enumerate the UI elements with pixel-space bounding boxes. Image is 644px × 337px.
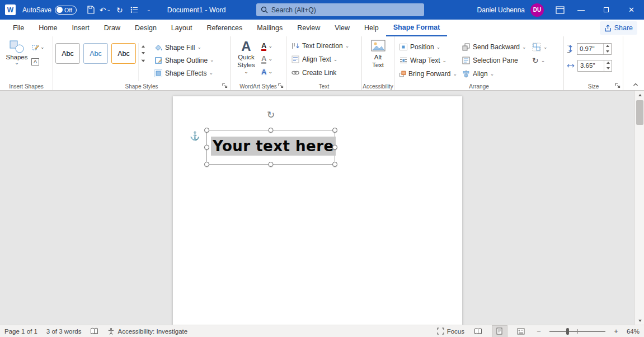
focus-button[interactable]: Focus bbox=[437, 327, 464, 335]
proofing-status[interactable] bbox=[90, 327, 98, 335]
print-layout-button[interactable] bbox=[492, 326, 507, 337]
selected-text-box[interactable]: ↻ Your text here bbox=[206, 130, 335, 165]
width-decrease-button[interactable] bbox=[604, 65, 612, 71]
redo-button[interactable]: ↻ bbox=[114, 3, 126, 17]
style-gallery-down-button[interactable] bbox=[139, 50, 147, 57]
selection-pane-button[interactable]: Selection Pane bbox=[459, 54, 530, 67]
resize-handle-middle-left[interactable] bbox=[204, 145, 209, 150]
shape-outline-button[interactable]: Shape Outline ⌄ bbox=[152, 54, 217, 67]
style-gallery-more-button[interactable] bbox=[139, 57, 147, 64]
arrange-column-2: Send Backward ⌄ Selection Pane Align ⌄ bbox=[459, 40, 530, 81]
text-direction-button[interactable]: Text Direction ⌄ bbox=[289, 39, 359, 53]
collapse-ribbon-button[interactable] bbox=[631, 81, 640, 88]
selection-pane-label: Selection Pane bbox=[473, 57, 518, 64]
resize-handle-top-left[interactable] bbox=[204, 128, 209, 133]
tab-design[interactable]: Design bbox=[128, 20, 164, 36]
document-page[interactable]: ⚓ ↻ Your text here bbox=[173, 96, 462, 325]
user-avatar[interactable]: DU bbox=[530, 3, 544, 17]
rotate-objects-button[interactable]: ↻ ⌄ bbox=[530, 54, 557, 67]
send-backward-button[interactable]: Send Backward ⌄ bbox=[459, 40, 530, 54]
style-gallery-up-button[interactable] bbox=[139, 43, 147, 50]
resize-handle-top-center[interactable] bbox=[269, 128, 274, 133]
text-outline-button[interactable]: A ⌄ bbox=[260, 53, 274, 65]
ribbon-display-options-icon bbox=[556, 6, 565, 14]
autosave-toggle[interactable]: AutoSave Off bbox=[22, 6, 77, 15]
wrap-text-button[interactable]: Wrap Text ⌄ bbox=[397, 54, 459, 67]
shape-width-spinner[interactable]: 3.65" bbox=[577, 60, 612, 72]
position-button[interactable]: Position ⌄ bbox=[397, 40, 459, 54]
accessibility-status[interactable]: Accessibility: Investigate bbox=[107, 327, 187, 335]
width-increase-button[interactable] bbox=[604, 60, 612, 66]
shape-effects-button[interactable]: Shape Effects ⌄ bbox=[152, 67, 217, 79]
resize-handle-middle-right[interactable] bbox=[332, 145, 337, 150]
create-link-button[interactable]: Create Link bbox=[289, 66, 359, 79]
web-layout-button[interactable] bbox=[514, 326, 528, 337]
undo-button[interactable]: ↶ ⌄ bbox=[99, 3, 111, 17]
resize-handle-bottom-right[interactable] bbox=[332, 162, 337, 167]
shape-style-preview-3[interactable]: Abc bbox=[111, 43, 136, 64]
vertical-scrollbar[interactable] bbox=[634, 91, 644, 325]
tab-references[interactable]: References bbox=[199, 20, 250, 36]
tab-help[interactable]: Help bbox=[357, 20, 386, 36]
tab-draw[interactable]: Draw bbox=[97, 20, 128, 36]
height-decrease-button[interactable] bbox=[604, 49, 611, 54]
shape-fill-button[interactable]: Shape Fill ⌄ bbox=[152, 41, 217, 54]
rotation-handle[interactable]: ↻ bbox=[267, 110, 275, 120]
tab-mailings[interactable]: Mailings bbox=[250, 20, 290, 36]
chevron-down-icon: ⌄ bbox=[345, 44, 350, 49]
text-direction-label: Text Direction bbox=[302, 42, 343, 50]
tab-review[interactable]: Review bbox=[290, 20, 327, 36]
shape-style-preview-2[interactable]: Abc bbox=[83, 43, 108, 64]
height-increase-button[interactable] bbox=[604, 44, 611, 49]
resize-handle-bottom-left[interactable] bbox=[204, 162, 209, 167]
resize-handle-bottom-center[interactable] bbox=[269, 162, 274, 167]
read-mode-button[interactable] bbox=[471, 326, 486, 337]
group-objects-button[interactable]: ⌄ bbox=[530, 40, 557, 54]
shape-style-preview-1[interactable]: Abc bbox=[55, 43, 80, 64]
zoom-in-button[interactable]: + bbox=[612, 327, 620, 335]
align-button[interactable]: Align ⌄ bbox=[459, 67, 530, 81]
ribbon-display-options-button[interactable] bbox=[552, 0, 568, 20]
maximize-button[interactable] bbox=[594, 0, 619, 20]
tab-layout[interactable]: Layout bbox=[164, 20, 200, 36]
bring-forward-button[interactable]: Bring Forward ⌄ bbox=[397, 67, 459, 81]
save-button[interactable] bbox=[84, 3, 97, 17]
scroll-up-button[interactable] bbox=[635, 91, 644, 99]
close-icon: ✕ bbox=[628, 6, 634, 14]
page-indicator[interactable]: Page 1 of 1 bbox=[4, 328, 37, 335]
text-box-text[interactable]: Your text here bbox=[211, 137, 336, 156]
text-fill-button[interactable]: A ⌄ bbox=[260, 40, 274, 53]
tab-home[interactable]: Home bbox=[31, 20, 64, 36]
minimize-button[interactable]: — bbox=[568, 0, 594, 20]
share-icon bbox=[604, 25, 612, 32]
touch-mouse-mode-button[interactable] bbox=[128, 3, 140, 17]
width-spinner-arrows bbox=[604, 60, 612, 71]
tab-file[interactable]: File bbox=[6, 20, 31, 36]
scroll-down-button[interactable] bbox=[635, 316, 644, 325]
edit-shape-button[interactable]: ⌄ bbox=[31, 41, 45, 53]
tab-shape-format[interactable]: Shape Format bbox=[386, 20, 447, 36]
zoom-slider[interactable] bbox=[549, 327, 605, 335]
word-count[interactable]: 3 of 3 words bbox=[46, 328, 82, 335]
alt-text-button[interactable]: Alt Text bbox=[365, 39, 391, 81]
share-button[interactable]: Share bbox=[600, 21, 637, 35]
tab-view[interactable]: View bbox=[327, 20, 357, 36]
resize-handle-top-right[interactable] bbox=[332, 128, 337, 133]
search-box[interactable] bbox=[256, 3, 424, 16]
align-text-button[interactable]: Align Text ⌄ bbox=[289, 53, 359, 66]
quick-styles-button[interactable]: A Quick Styles ⌄ bbox=[233, 39, 260, 81]
tab-insert[interactable]: Insert bbox=[65, 20, 97, 36]
draw-text-box-button[interactable]: A bbox=[31, 56, 45, 67]
zoom-out-button[interactable]: − bbox=[535, 327, 543, 335]
close-button[interactable]: ✕ bbox=[619, 0, 644, 20]
scrollbar-thumb[interactable] bbox=[636, 100, 643, 125]
shapes-button[interactable]: Shapes ⌄ bbox=[2, 39, 31, 81]
shape-height-spinner[interactable]: 0.97" bbox=[577, 43, 612, 55]
chevron-down-icon: ⌄ bbox=[268, 57, 272, 62]
zoom-level[interactable]: 64% bbox=[627, 328, 640, 335]
search-input[interactable] bbox=[271, 6, 420, 14]
customize-qat-button[interactable]: ⌄ bbox=[143, 3, 155, 17]
accessibility-status-label: Accessibility: Investigate bbox=[117, 328, 187, 335]
zoom-slider-thumb[interactable] bbox=[566, 328, 569, 335]
text-effects-button[interactable]: A ⌄ bbox=[260, 65, 274, 78]
